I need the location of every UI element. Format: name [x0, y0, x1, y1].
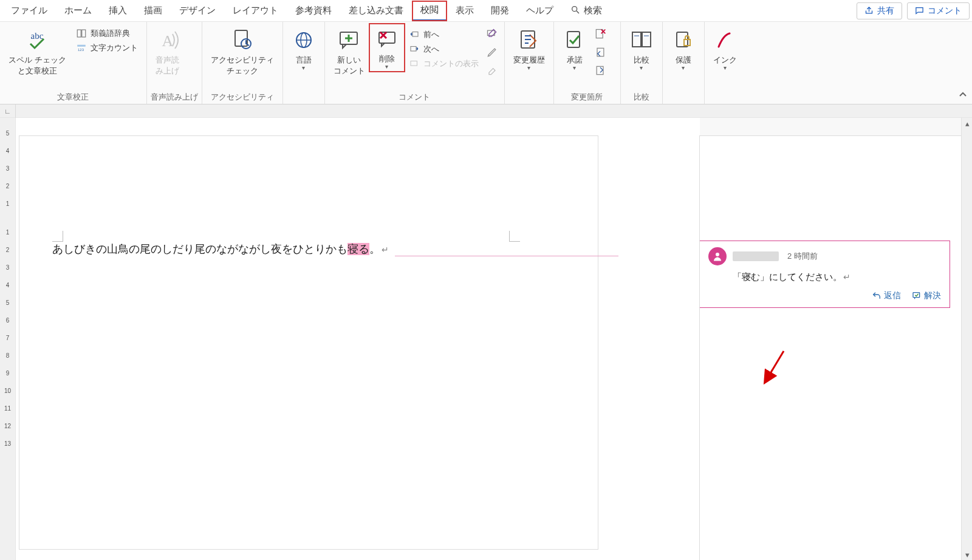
margin-corner-tr — [509, 231, 520, 242]
accept-button[interactable]: 承諾 ▾ — [558, 24, 592, 71]
spellcheck-button[interactable]: abc スペル チェック と文章校正 — [4, 24, 71, 76]
tab-insert[interactable]: 挿入 — [100, 1, 135, 20]
comment-card[interactable]: 2 時間前 「寝む」にしてください。↵ 返信 解決 — [700, 241, 950, 308]
next-comment-button[interactable]: 次へ — [406, 43, 481, 56]
chevron-down-icon: ▾ — [682, 64, 685, 71]
reply-icon — [872, 291, 881, 301]
workspace: 5432112345678910111213 あしびきの山鳥の尾のしだり尾のなが… — [0, 118, 972, 560]
ruler-corner: ∟ — [0, 104, 16, 118]
document-text[interactable]: あしびきの山鳥の尾のしだり尾のながながし夜をひとりかも寝る。↵ — [52, 243, 389, 255]
svg-rect-3 — [77, 30, 81, 37]
show-comments-button[interactable]: コメントの表示 — [406, 57, 481, 70]
scroll-up-button[interactable]: ▴ — [962, 118, 972, 129]
tab-review[interactable]: 校閲 — [412, 1, 447, 21]
track-changes-button[interactable]: 変更履歴 ▾ — [508, 24, 550, 71]
tab-mailings[interactable]: 差し込み文書 — [340, 1, 412, 20]
commented-range[interactable]: 寝る — [347, 243, 369, 255]
group-label-comments: コメント — [329, 90, 501, 103]
scroll-down-button[interactable]: ▾ — [962, 549, 972, 560]
comment-author — [733, 251, 779, 261]
comment-connector-line — [395, 256, 618, 256]
ink-button[interactable]: インク ▾ — [708, 24, 742, 71]
avatar — [708, 247, 727, 265]
prev-comment-button[interactable]: 前へ — [406, 28, 481, 41]
svg-rect-25 — [596, 30, 603, 38]
comment-text[interactable]: 「寝む」にしてください。↵ — [733, 271, 941, 283]
page[interactable]: あしびきの山鳥の尾のしだり尾のながながし夜をひとりかも寝る。↵ — [19, 136, 598, 549]
resolve-button[interactable]: 解決 — [912, 290, 941, 301]
group-label-changes: 変更箇所 — [558, 90, 617, 103]
new-comment-button[interactable]: 新しい コメント — [329, 24, 370, 76]
language-icon — [293, 27, 315, 53]
svg-text:abc: abc — [31, 31, 44, 41]
protect-icon — [673, 27, 694, 53]
protect-button[interactable]: 保護 ▾ — [666, 24, 700, 71]
svg-point-38 — [716, 253, 719, 256]
compare-button[interactable]: 比較 ▾ — [625, 24, 659, 71]
tab-help[interactable]: ヘルプ — [518, 1, 562, 20]
group-label-speech: 音声読み上げ — [151, 90, 198, 103]
svg-text:A: A — [162, 32, 173, 50]
ink-comment-button[interactable] — [485, 27, 499, 41]
prev-change-button[interactable] — [593, 45, 608, 60]
reject-button[interactable] — [593, 27, 608, 41]
tab-developer[interactable]: 開発 — [482, 1, 518, 20]
svg-rect-20 — [411, 47, 416, 52]
tab-home[interactable]: ホーム — [56, 1, 100, 20]
svg-rect-24 — [567, 32, 580, 47]
next-change-button[interactable] — [593, 63, 608, 78]
show-comments-icon — [409, 58, 420, 69]
chevron-down-icon: ▾ — [527, 64, 530, 71]
chevron-down-icon: ▾ — [724, 64, 727, 71]
group-label-proofing: 文章校正 — [4, 90, 143, 103]
delete-comment-icon — [375, 26, 399, 52]
chevron-down-icon: ▾ — [385, 63, 388, 70]
delete-comment-button[interactable]: 削除 ▾ — [370, 24, 404, 71]
ink-comment-icon — [486, 28, 498, 40]
tab-view[interactable]: 表示 — [447, 1, 482, 20]
vertical-scrollbar[interactable]: ▴ ▾ — [961, 118, 972, 560]
reject-icon — [594, 28, 606, 40]
tab-references[interactable]: 参考資料 — [287, 1, 340, 20]
prev-change-icon — [594, 46, 606, 58]
prev-comment-icon — [409, 29, 420, 40]
share-label: 共有 — [877, 5, 894, 16]
collapse-ribbon-button[interactable] — [956, 88, 970, 101]
new-comment-icon — [338, 27, 361, 53]
pen-button[interactable] — [485, 45, 499, 60]
scroll-track[interactable] — [962, 129, 972, 549]
accessibility-button[interactable]: アクセシビリティ チェック — [206, 24, 279, 76]
eraser-button[interactable] — [485, 63, 499, 78]
tab-draw[interactable]: 描画 — [135, 1, 171, 20]
group-label-accessibility: アクセシビリティ — [206, 90, 279, 103]
horizontal-ruler[interactable]: ∟ |2||1|||1||2||3||4||5||6||7||8||9||10|… — [0, 104, 972, 118]
svg-rect-21 — [411, 61, 417, 66]
svg-rect-19 — [412, 32, 418, 37]
ribbon: abc スペル チェック と文章校正 類義語辞典 123 文字カウント 文章校正 — [0, 22, 972, 104]
tab-file[interactable]: ファイル — [2, 1, 56, 20]
track-changes-icon — [518, 27, 541, 53]
next-change-icon — [594, 64, 606, 77]
chevron-down-icon: ▾ — [640, 64, 643, 71]
reply-button[interactable]: 返信 — [872, 290, 901, 301]
language-button[interactable]: 言語 ▾ — [287, 24, 321, 71]
wordcount-button[interactable]: 123 文字カウント — [74, 41, 140, 55]
svg-point-0 — [572, 7, 577, 12]
accept-icon — [564, 27, 586, 53]
thesaurus-button[interactable]: 類義語辞典 — [74, 27, 140, 40]
wordcount-icon: 123 — [76, 43, 87, 53]
vertical-ruler[interactable]: 5432112345678910111213 — [0, 118, 16, 560]
margin-corner-tl — [52, 231, 63, 242]
share-button[interactable]: 共有 — [857, 2, 902, 19]
tab-design[interactable]: デザイン — [171, 1, 224, 20]
search-box[interactable]: 検索 — [564, 2, 608, 19]
search-icon — [570, 5, 580, 16]
svg-rect-28 — [597, 48, 604, 56]
chevron-down-icon: ▾ — [573, 64, 576, 71]
document-area[interactable]: あしびきの山鳥の尾のしだり尾のながながし夜をひとりかも寝る。↵ — [16, 118, 700, 560]
comments-button[interactable]: コメント — [907, 2, 970, 19]
accessibility-icon — [230, 27, 255, 53]
readaloud-button[interactable]: A 音声読 み上げ — [151, 24, 185, 76]
tab-layout[interactable]: レイアウト — [224, 1, 287, 20]
chevron-down-icon: ▾ — [302, 64, 305, 71]
